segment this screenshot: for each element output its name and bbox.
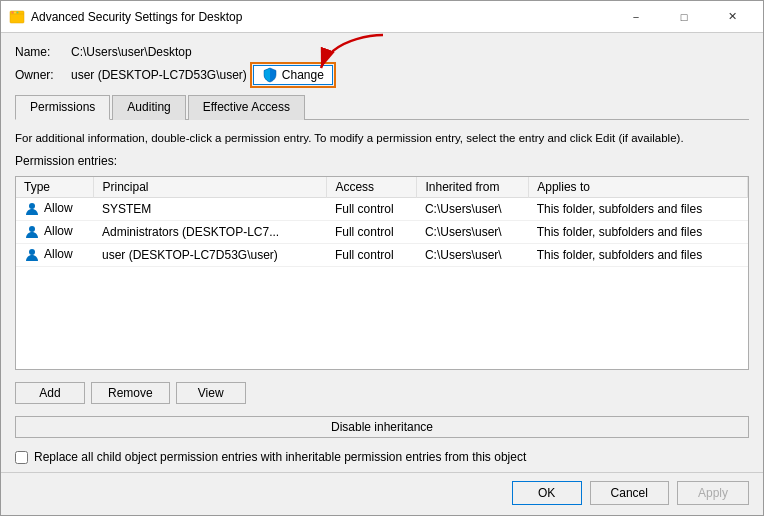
table-cell: SYSTEM <box>94 198 327 221</box>
replace-checkbox-label: Replace all child object permission entr… <box>34 450 526 464</box>
name-label: Name: <box>15 45 65 59</box>
table-row[interactable]: AllowAdministrators (DESKTOP-LC7...Full … <box>16 221 748 244</box>
main-content: Name: C:\Users\user\Desktop Owner: user … <box>1 33 763 472</box>
table-cell: This folder, subfolders and files <box>529 198 748 221</box>
description-text: For additional information, double-click… <box>15 130 749 146</box>
col-applies: Applies to <box>529 177 748 198</box>
title-bar: Advanced Security Settings for Desktop −… <box>1 1 763 33</box>
table-cell: C:\Users\user\ <box>417 198 529 221</box>
col-type: Type <box>16 177 94 198</box>
table-cell: Administrators (DESKTOP-LC7... <box>94 221 327 244</box>
table-cell: Full control <box>327 198 417 221</box>
window-controls: − □ ✕ <box>613 1 755 33</box>
permission-table: Type Principal Access Inherited from App… <box>16 177 748 267</box>
col-inherited: Inherited from <box>417 177 529 198</box>
user-icon <box>24 201 40 217</box>
table-row[interactable]: AllowSYSTEMFull controlC:\Users\user\Thi… <box>16 198 748 221</box>
tab-permissions[interactable]: Permissions <box>15 95 110 120</box>
owner-row: Owner: user (DESKTOP-LC7D53G\user) Chang… <box>15 65 749 85</box>
table-cell: C:\Users\user\ <box>417 221 529 244</box>
svg-point-6 <box>29 226 35 232</box>
window-icon <box>9 9 25 25</box>
window-title: Advanced Security Settings for Desktop <box>31 10 613 24</box>
change-label: Change <box>282 68 324 82</box>
owner-value: user (DESKTOP-LC7D53G\user) <box>71 68 247 82</box>
change-container: Change <box>253 65 333 85</box>
replace-checkbox-row: Replace all child object permission entr… <box>15 450 749 464</box>
add-button[interactable]: Add <box>15 382 85 404</box>
remove-button[interactable]: Remove <box>91 382 170 404</box>
table-cell: C:\Users\user\ <box>417 244 529 267</box>
minimize-button[interactable]: − <box>613 1 659 33</box>
maximize-button[interactable]: □ <box>661 1 707 33</box>
svg-point-1 <box>12 11 14 13</box>
cell-type: Allow <box>16 221 94 244</box>
apply-button[interactable]: Apply <box>677 481 749 505</box>
permission-table-wrapper: Type Principal Access Inherited from App… <box>15 176 749 370</box>
table-header-row: Type Principal Access Inherited from App… <box>16 177 748 198</box>
table-cell: This folder, subfolders and files <box>529 244 748 267</box>
name-row: Name: C:\Users\user\Desktop <box>15 45 749 59</box>
close-button[interactable]: ✕ <box>709 1 755 33</box>
cell-type: Allow <box>16 198 94 221</box>
table-cell: user (DESKTOP-LC7D53G\user) <box>94 244 327 267</box>
tab-bar: Permissions Auditing Effective Access <box>15 95 749 120</box>
col-principal: Principal <box>94 177 327 198</box>
footer: OK Cancel Apply <box>1 472 763 515</box>
cell-type: Allow <box>16 244 94 267</box>
svg-point-7 <box>29 249 35 255</box>
advanced-security-window: Advanced Security Settings for Desktop −… <box>0 0 764 516</box>
cancel-button[interactable]: Cancel <box>590 481 669 505</box>
ok-button[interactable]: OK <box>512 481 582 505</box>
svg-point-5 <box>29 203 35 209</box>
user-icon <box>24 224 40 240</box>
table-cell: Full control <box>327 244 417 267</box>
entry-action-buttons: Add Remove View <box>15 382 749 404</box>
shield-icon <box>262 67 278 83</box>
tab-effective-access[interactable]: Effective Access <box>188 95 305 120</box>
table-cell: Full control <box>327 221 417 244</box>
view-button[interactable]: View <box>176 382 246 404</box>
disable-inheritance-button[interactable]: Disable inheritance <box>15 416 749 438</box>
name-value: C:\Users\user\Desktop <box>71 45 192 59</box>
user-icon <box>24 247 40 263</box>
change-button[interactable]: Change <box>253 65 333 85</box>
owner-label: Owner: <box>15 68 65 82</box>
table-cell: This folder, subfolders and files <box>529 221 748 244</box>
col-access: Access <box>327 177 417 198</box>
tab-auditing[interactable]: Auditing <box>112 95 185 120</box>
svg-point-3 <box>17 11 19 13</box>
section-label: Permission entries: <box>15 154 749 168</box>
table-row[interactable]: Allowuser (DESKTOP-LC7D53G\user)Full con… <box>16 244 748 267</box>
svg-point-2 <box>14 11 16 13</box>
replace-checkbox[interactable] <box>15 451 28 464</box>
